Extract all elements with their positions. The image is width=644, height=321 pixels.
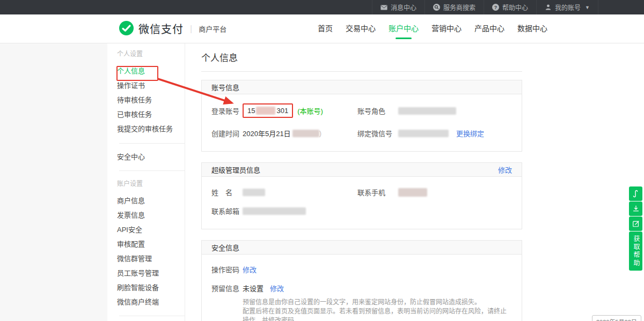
topbar-item-label: 消息中心 (391, 3, 416, 12)
nav-product-center[interactable]: 产品中心 (473, 14, 506, 43)
admin-name-label: 姓 名 (211, 187, 243, 197)
reserved-edit-link[interactable]: 修改 (270, 283, 284, 293)
login-account-suffix: 301 (276, 107, 288, 115)
created-time-label: 创建时间 (211, 128, 243, 138)
sidebar-item-personal-info[interactable]: 个人信息 (117, 64, 185, 78)
admin-name-redacted (243, 189, 265, 196)
brand-separator: | (190, 24, 192, 34)
topbar-help-center[interactable]: ? 帮助中心 (484, 0, 536, 14)
topbar-menu: 消息中心 服务商搜索 ? 帮助中心 我的账号 ▼ (372, 0, 598, 14)
sidebar-item-api-security[interactable]: API安全 (117, 222, 185, 237)
super-admin-section: 超级管理员信息 修改 姓 名 联系手机 联系邮箱 (201, 162, 522, 229)
wechat-pay-logo-icon (119, 21, 134, 37)
description-line: 预留信息是由你自己设置的一段文字，用来鉴定网站身份，防止假冒网站造成损失。 (243, 298, 512, 307)
super-admin-body: 姓 名 联系手机 联系邮箱 (202, 187, 522, 229)
admin-phone-redacted (398, 188, 427, 197)
get-help-button[interactable]: 获取帮助 (629, 232, 642, 271)
created-time-value: 2020年5月21日 (243, 128, 291, 138)
nav-transaction-center[interactable]: 交易中心 (345, 14, 377, 43)
reserved-info-status: 未设置 (243, 283, 264, 293)
date-tooltip: 2020年5月22日 (592, 315, 641, 321)
brand-subtitle: 商户平台 (199, 24, 226, 34)
created-time-paren: ) (319, 129, 321, 137)
sidebar-item-security-center[interactable]: 安全中心 (117, 150, 185, 164)
brand[interactable]: 微信支付 | 商户平台 (119, 14, 226, 43)
account-role-redacted (398, 107, 456, 115)
sidebar-item-merchant-info[interactable]: 商户信息 (117, 193, 185, 208)
this-account-tag: (本账号) (297, 106, 323, 116)
wechat-pay-merchant-portal: 消息中心 服务商搜索 ? 帮助中心 我的账号 ▼ (0, 0, 644, 321)
security-info-header: 安全信息 (202, 241, 522, 255)
description-line: 配置后将在首页及充值页面显示。若未看到预留信息，表明当前访问的网站存在风险，请终… (243, 307, 512, 321)
account-info-header: 账号信息 (202, 80, 522, 94)
sidebar-item-wechat-merchant-terminal[interactable]: 微信商户终端 (117, 295, 185, 309)
mail-icon (380, 5, 387, 10)
topbar-item-label: 我的账号 (555, 3, 581, 12)
sidebar-item-pending-review-tasks[interactable]: 待审核任务 (117, 93, 185, 107)
nav-marketing-center[interactable]: 营销中心 (430, 14, 463, 43)
sidebar-divider (119, 316, 185, 316)
header: 微信支付 | 商户平台 首页 交易中心 账户中心 营销中心 产品中心 数据中心 (0, 14, 644, 43)
topbar-item-label: 服务商搜索 (443, 3, 475, 12)
nav-data-center[interactable]: 数据中心 (516, 14, 548, 43)
left-gutter (0, 43, 107, 321)
sidebar-item-my-submitted-tasks[interactable]: 我提交的审核任务 (117, 122, 185, 136)
search-icon (433, 4, 440, 11)
sidebar-heading-personal-settings: 个人设置 (117, 50, 185, 58)
operation-password-label: 操作密码 (211, 264, 243, 274)
sidebar-item-operation-certificate[interactable]: 操作证书 (117, 78, 185, 93)
login-account-label: 登录账号 (211, 106, 243, 116)
account-role-label: 账号角色 (357, 106, 398, 116)
account-info-body: 登录账号 15 301 (本账号) 账号角色 (202, 103, 522, 151)
section-heading: 账号信息 (211, 82, 239, 92)
sidebar-item-invoice-info[interactable]: 发票信息 (117, 208, 185, 222)
page-title: 个人信息 (201, 53, 522, 64)
sidebar-heading-account-settings: 账户设置 (117, 180, 185, 188)
edit-icon[interactable] (629, 217, 642, 231)
topbar-message-center[interactable]: 消息中心 (372, 0, 425, 14)
section-heading: 安全信息 (211, 242, 239, 252)
admin-email-redacted (243, 207, 306, 215)
floating-helper-stack: 获取帮助 (629, 186, 642, 271)
sidebar-item-staff-account-mgmt[interactable]: 员工账号管理 (117, 266, 185, 280)
login-account-redacted (256, 107, 275, 115)
section-heading: 超级管理员信息 (211, 165, 260, 175)
sidebar-item-face-smart-device[interactable]: 刷脸智能设备 (117, 280, 185, 295)
main-nav: 首页 交易中心 账户中心 营销中心 产品中心 数据中心 (317, 14, 548, 43)
nav-home[interactable]: 首页 (317, 14, 334, 43)
admin-edit-link[interactable]: 修改 (498, 165, 512, 175)
brand-name: 微信支付 (138, 21, 184, 36)
password-edit-link[interactable]: 修改 (243, 264, 257, 274)
topbar-item-label: 帮助中心 (502, 3, 528, 12)
admin-email-label: 联系邮箱 (211, 206, 243, 216)
get-help-label: 获取帮助 (629, 235, 642, 267)
sidebar-item-wechat-group-mgmt[interactable]: 微信群管理 (117, 251, 185, 266)
security-info-body: 操作密码 修改 预留信息 未设置 修改 预留信息是由你自己设置的一段文字，用来鉴… (202, 264, 522, 321)
created-time-redacted (292, 130, 319, 137)
admin-phone-label: 联系手机 (357, 187, 398, 197)
login-account-prefix: 15 (247, 107, 255, 115)
bound-wechat-label: 绑定微信号 (357, 128, 398, 138)
user-icon (545, 4, 552, 11)
reserved-info-description: 预留信息是由你自己设置的一段文字，用来鉴定网站身份，防止假冒网站造成损失。 配置… (243, 298, 512, 321)
topbar-provider-search[interactable]: 服务商搜索 (425, 0, 484, 14)
topbar-my-account[interactable]: 我的账号 ▼ (536, 0, 598, 14)
rebind-link[interactable]: 更换绑定 (456, 128, 484, 138)
account-info-section: 账号信息 登录账号 15 301 (本账号) (201, 80, 522, 152)
link-icon[interactable] (629, 186, 642, 201)
main-content: 个人信息 账号信息 登录账号 15 301 (201, 43, 522, 321)
sidebar-divider (119, 143, 185, 144)
sidebar-item-review-config[interactable]: 审核配置 (117, 237, 185, 251)
login-account-value: 15 301 (243, 103, 293, 118)
security-info-section: 安全信息 操作密码 修改 预留信息 未设置 修改 预留信息是由你自己设置的一段文… (201, 240, 522, 321)
nav-account-center[interactable]: 账户中心 (387, 14, 420, 43)
reserved-info-label: 预留信息 (211, 283, 243, 293)
download-icon[interactable] (629, 201, 642, 216)
help-icon: ? (492, 4, 499, 11)
super-admin-header: 超级管理员信息 修改 (202, 163, 522, 177)
sidebar: 个人设置 个人信息 操作证书 待审核任务 已审核任务 我提交的审核任务 安全中心… (107, 43, 185, 321)
bound-wechat-redacted (398, 130, 449, 137)
topbar: 消息中心 服务商搜索 ? 帮助中心 我的账号 ▼ (0, 0, 644, 14)
title-divider (201, 71, 522, 72)
sidebar-item-reviewed-tasks[interactable]: 已审核任务 (117, 107, 185, 122)
